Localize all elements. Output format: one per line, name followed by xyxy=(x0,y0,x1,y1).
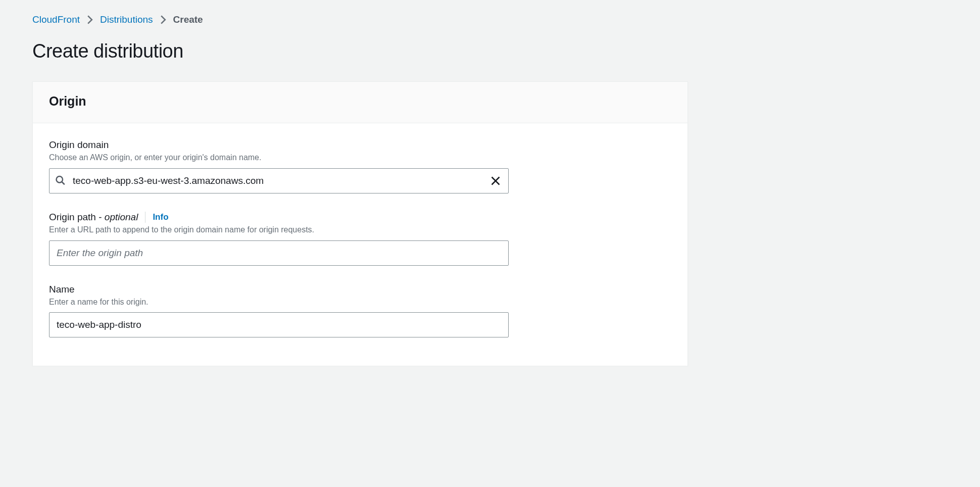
origin-path-description: Enter a URL path to append to the origin… xyxy=(49,225,671,235)
name-description: Enter a name for this origin. xyxy=(49,297,671,308)
origin-domain-description: Choose an AWS origin, or enter your orig… xyxy=(49,153,671,163)
origin-domain-label: Origin domain xyxy=(49,139,109,151)
panel-header: Origin xyxy=(33,82,688,123)
origin-path-label: Origin path - optional xyxy=(49,212,138,223)
panel-body: Origin domain Choose an AWS origin, or e… xyxy=(33,123,688,366)
breadcrumb-current: Create xyxy=(173,14,203,25)
origin-path-input[interactable] xyxy=(49,240,509,266)
divider xyxy=(145,212,145,223)
origin-path-label-text: Origin path - xyxy=(49,212,105,222)
name-label: Name xyxy=(49,284,75,295)
info-link[interactable]: Info xyxy=(153,212,168,222)
origin-domain-input[interactable] xyxy=(49,168,509,193)
origin-panel: Origin Origin domain Choose an AWS origi… xyxy=(32,81,688,366)
clear-icon[interactable] xyxy=(488,174,503,188)
origin-path-group: Origin path - optional Info Enter a URL … xyxy=(49,212,671,266)
chevron-right-icon xyxy=(160,15,166,24)
chevron-right-icon xyxy=(87,15,93,24)
origin-domain-group: Origin domain Choose an AWS origin, or e… xyxy=(49,139,671,193)
breadcrumb: CloudFront Distributions Create xyxy=(32,14,980,25)
name-input[interactable] xyxy=(49,312,509,337)
breadcrumb-link-distributions[interactable]: Distributions xyxy=(100,14,153,25)
breadcrumb-link-cloudfront[interactable]: CloudFront xyxy=(32,14,80,25)
name-group: Name Enter a name for this origin. xyxy=(49,284,671,338)
origin-path-optional: optional xyxy=(105,212,138,222)
page-title: Create distribution xyxy=(32,40,980,62)
panel-title: Origin xyxy=(49,94,671,109)
